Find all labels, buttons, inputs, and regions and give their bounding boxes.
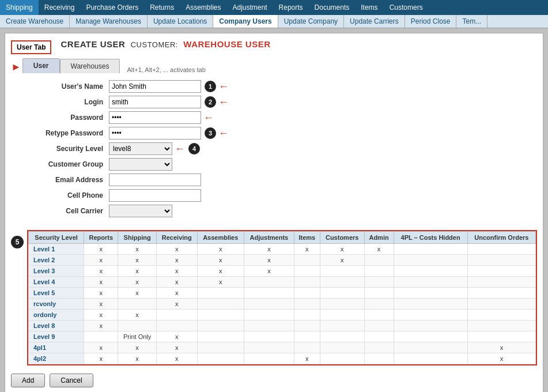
security-table-container: Security Level Reports Shipping Receivin… [27, 230, 537, 365]
tab-warehouses[interactable]: Warehouses [60, 59, 120, 73]
cell-value [320, 277, 364, 288]
subnav-manage-warehouses[interactable]: Manage Warehouses [70, 15, 148, 28]
select-cell-carrier[interactable] [109, 205, 172, 217]
cell-value [394, 353, 467, 364]
form-row-security-level: Security Level level1 level2 level3 leve… [11, 142, 537, 155]
cell-value [467, 299, 535, 310]
form-row-retype-password: Retype Password 3 ← [11, 127, 537, 140]
arrow-4-icon: ← [175, 143, 185, 155]
cell-value [294, 321, 320, 331]
input-email[interactable] [109, 174, 201, 186]
cell-value: x [84, 353, 118, 364]
cell-value [364, 342, 394, 353]
cell-level-name: Level 9 [29, 331, 84, 342]
cell-level-name: Level 4 [29, 277, 84, 288]
cell-level-name: 4pl2 [29, 353, 84, 364]
annotation-5: 5 [11, 236, 24, 248]
subnav-update-locations[interactable]: Update Locations [148, 15, 213, 28]
nav-customers[interactable]: Customers [384, 0, 429, 15]
cell-value [197, 353, 244, 364]
cell-value [364, 310, 394, 321]
cell-value [118, 321, 157, 331]
subnav-company-users[interactable]: Company Users [213, 15, 278, 28]
form-section: User's Name 1 ← Login 2 ← Password ← Ret… [11, 80, 537, 217]
subnav-create-warehouse[interactable]: Create Warehouse [0, 15, 70, 28]
cell-level-name: Level 1 [29, 244, 84, 255]
cell-level-name: ordonly [29, 310, 84, 321]
cell-value [294, 288, 320, 299]
label-security-level: Security Level [11, 145, 109, 153]
cell-value [364, 331, 394, 342]
top-nav: Shipping Receiving Purchase Orders Retur… [0, 0, 548, 15]
cell-value [320, 299, 364, 310]
cell-value [244, 299, 294, 310]
table-row: ordonlyxx [29, 310, 536, 321]
tab-user[interactable]: User [22, 58, 60, 73]
annotation-3: 3 [205, 127, 216, 139]
table-row: rcvonlyxx [29, 299, 536, 310]
input-password[interactable] [109, 111, 201, 124]
add-button[interactable]: Add [11, 374, 45, 387]
cell-value [467, 321, 535, 331]
table-row: 4pl2xxxxx [29, 353, 536, 364]
cell-value: x [467, 342, 535, 353]
nav-reports[interactable]: Reports [273, 0, 309, 15]
page-title: Create User Customer: Warehouse User [61, 39, 270, 49]
nav-documents[interactable]: Documents [309, 0, 356, 15]
input-users-name[interactable] [109, 80, 201, 93]
subnav-period-close[interactable]: Period Close [405, 15, 457, 28]
tabs-row: ► User Warehouses Alt+1, Alt+2, ... acti… [11, 58, 537, 73]
th-4pl: 4PL – Costs Hidden [394, 232, 467, 244]
cell-value [294, 266, 320, 277]
cell-value [467, 277, 535, 288]
cell-value: x [244, 266, 294, 277]
table-row: Level 9Print Onlyx [29, 331, 536, 342]
subnav-update-carriers[interactable]: Update Carriers [344, 15, 405, 28]
input-retype-password[interactable] [109, 127, 201, 140]
cell-value: x [294, 244, 320, 255]
nav-assemblies[interactable]: Assemblies [180, 0, 226, 15]
arrow-3a-icon: ← [203, 112, 214, 124]
nav-purchase-orders[interactable]: Purchase Orders [80, 0, 144, 15]
cell-value [394, 321, 467, 331]
annotation-1: 1 [205, 81, 216, 92]
cell-value: x [118, 310, 157, 321]
cell-value: x [156, 288, 197, 299]
select-customer-group[interactable] [109, 158, 172, 171]
table-row: Level 3xxxxx [29, 266, 536, 277]
nav-adjustment[interactable]: Adjustment [227, 0, 273, 15]
label-login: Login [11, 98, 109, 106]
th-reports: Reports [84, 232, 118, 244]
table-row: Level 2xxxxxx [29, 255, 536, 266]
cell-value: Print Only [118, 331, 157, 342]
tab-hint: Alt+1, Alt+2, ... activates tab [127, 66, 205, 73]
cell-value: x [156, 331, 197, 342]
cell-value [467, 288, 535, 299]
cell-value [197, 288, 244, 299]
nav-shipping[interactable]: Shipping [0, 0, 39, 15]
label-users-name: User's Name [11, 82, 109, 91]
th-shipping: Shipping [118, 232, 157, 244]
nav-receiving[interactable]: Receiving [39, 0, 81, 15]
cancel-button[interactable]: Cancel [50, 374, 93, 387]
cell-value [467, 310, 535, 321]
cell-value [364, 288, 394, 299]
form-row-cell-carrier: Cell Carrier [11, 205, 537, 217]
cell-value: x [118, 266, 157, 277]
th-unconfirm: Unconfirm Orders [467, 232, 535, 244]
nav-returns[interactable]: Returns [144, 0, 180, 15]
subnav-update-company[interactable]: Update Company [278, 15, 344, 28]
cell-value: x [118, 288, 157, 299]
input-login[interactable] [109, 96, 201, 108]
cell-value [294, 331, 320, 342]
select-security-level[interactable]: level1 level2 level3 level4 level5 rcvon… [109, 142, 172, 155]
cell-value: x [84, 321, 118, 331]
cell-value [197, 342, 244, 353]
nav-items[interactable]: Items [355, 0, 383, 15]
cell-value [244, 321, 294, 331]
cell-value [467, 244, 535, 255]
cell-value: x [156, 299, 197, 310]
input-cell-phone[interactable] [109, 189, 201, 202]
subnav-tem[interactable]: Tem... [456, 15, 487, 28]
cell-level-name: rcvonly [29, 299, 84, 310]
